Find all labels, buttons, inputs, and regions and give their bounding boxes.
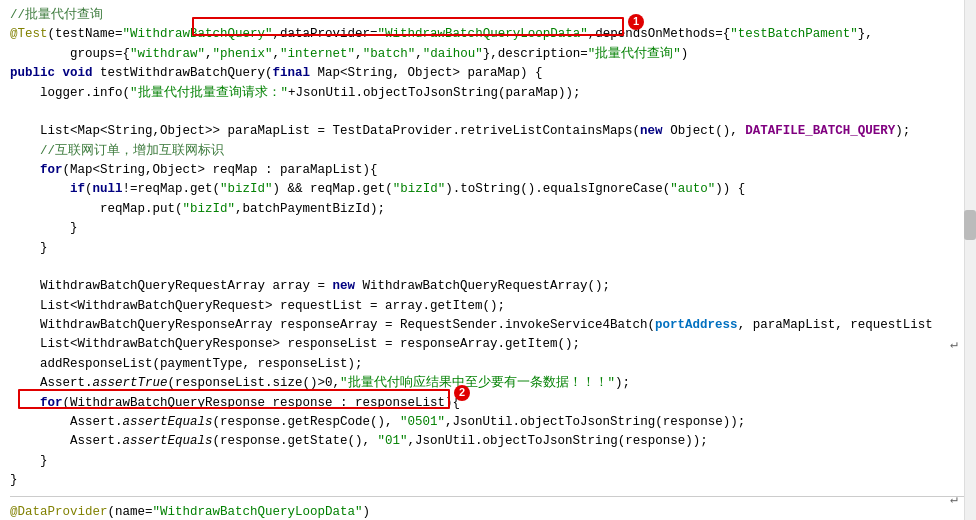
code-line-19: for(WithdrawBatchQueryResponse response … <box>10 394 966 413</box>
scrollbar[interactable] <box>964 0 976 520</box>
code-line-14: List<WithdrawBatchQueryRequest> requestL… <box>10 297 966 316</box>
code-line-12: } <box>10 239 966 258</box>
enter-icon-2: ↵ <box>950 490 958 510</box>
code-line-15: WithdrawBatchQueryResponseArray response… <box>10 316 966 335</box>
section-divider <box>10 496 966 497</box>
code-line-9: if(null!=reqMap.get("bizId") && reqMap.g… <box>10 180 966 199</box>
code-line-3: groups={"withdraw","phenix","internet","… <box>10 45 966 64</box>
badge-1: 1 <box>628 14 644 30</box>
code-line-11: } <box>10 219 966 238</box>
badge-2: 2 <box>454 385 470 401</box>
code-line-18: Assert.assertTrue(responseList.size()>0,… <box>10 374 966 393</box>
code-line-17: addResponseList(paymentType, responseLis… <box>10 355 966 374</box>
enter-icon-1: ↵ <box>950 335 958 355</box>
code-line-7: //互联网订单，增加互联网标识 <box>10 142 966 161</box>
code-line-16: List<WithdrawBatchQueryResponse> respons… <box>10 335 966 354</box>
code-line-8: for(Map<String,Object> reqMap : paraMapL… <box>10 161 966 180</box>
code-line-23: } <box>10 471 966 490</box>
code-line-4: public void testWithdrawBatchQuery(final… <box>10 64 966 83</box>
code-line-blank2 <box>10 258 966 277</box>
code-line-2: @Test(testName="WithdrawBatchQuery",data… <box>10 25 966 44</box>
code-line-blank1 <box>10 103 966 122</box>
code-line-s2-1: @DataProvider(name="WithdrawBatchQueryLo… <box>10 503 966 520</box>
code-line-5: logger.info("批量代付批量查询请求："+JsonUtil.objec… <box>10 84 966 103</box>
code-line-6: List<Map<String,Object>> paraMapList = T… <box>10 122 966 141</box>
code-line-21: Assert.assertEquals(response.getState(),… <box>10 432 966 451</box>
comment-line-1: //批量代付查询 <box>10 6 966 25</box>
code-line-22: } <box>10 452 966 471</box>
scroll-thumb[interactable] <box>964 210 976 240</box>
code-line-20: Assert.assertEquals(response.getRespCode… <box>10 413 966 432</box>
code-line-10: reqMap.put("bizId",batchPaymentBizId); <box>10 200 966 219</box>
code-line-13: WithdrawBatchQueryRequestArray array = n… <box>10 277 966 296</box>
code-area: //批量代付查询 @Test(testName="WithdrawBatchQu… <box>0 0 976 520</box>
